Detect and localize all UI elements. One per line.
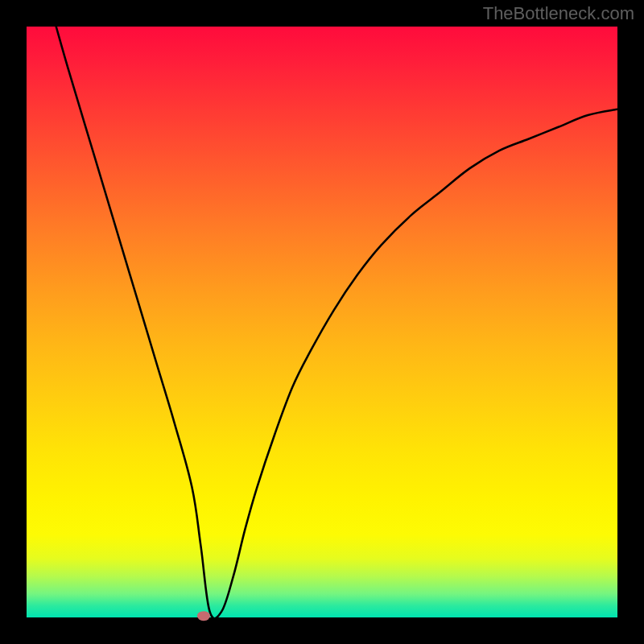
plot-area (27, 27, 617, 617)
watermark-text: TheBottleneck.com (483, 3, 634, 24)
bottleneck-curve (27, 27, 617, 617)
optimum-marker-icon (197, 611, 210, 621)
